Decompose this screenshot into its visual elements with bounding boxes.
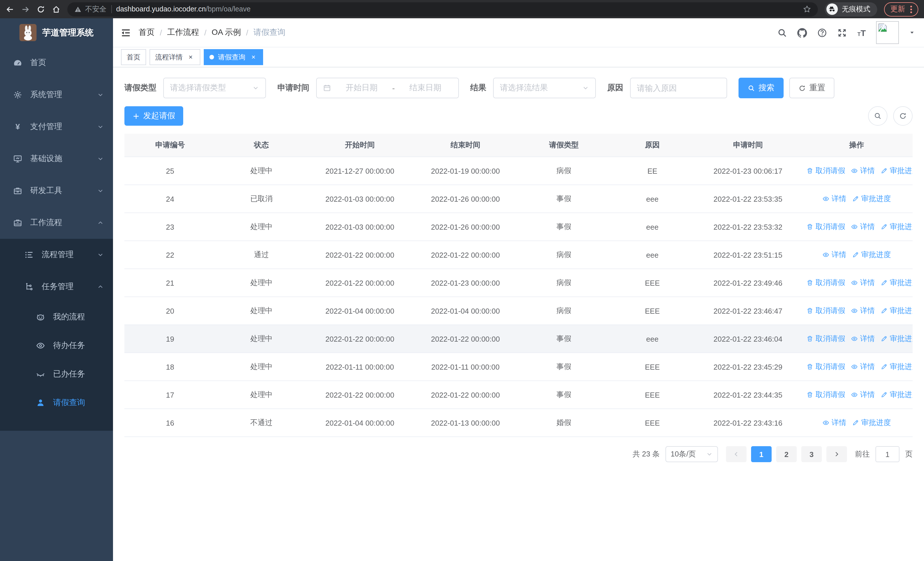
goto-page-input[interactable] (876, 446, 900, 462)
table-row[interactable]: 18处理中2022-01-11 00:00:002022-01-11 00:00… (124, 353, 913, 381)
detail-link[interactable]: 详情 (851, 165, 875, 176)
filter-leave-type: 请假类型 请选择请假类型 (124, 78, 266, 98)
address-bar[interactable]: 不安全 dashboard.yudao.iocoder.cn/bpm/oa/le… (68, 2, 818, 16)
progress-link[interactable]: 审批进度 (880, 362, 913, 372)
toggle-search-button[interactable] (868, 106, 888, 126)
update-button[interactable]: 更新 (884, 2, 918, 16)
cancel-link[interactable]: 取消请假 (806, 362, 845, 372)
progress-link[interactable]: 审批进度 (852, 194, 891, 204)
leave-type-select[interactable]: 请选择请假类型 (163, 78, 266, 98)
breadcrumb-item[interactable]: 工作流程 (167, 27, 199, 38)
font-size-icon[interactable]: TT (858, 28, 866, 37)
sidebar-item-0[interactable]: 首页 (0, 47, 113, 79)
reason-input[interactable] (630, 78, 727, 98)
table-row[interactable]: 16不通过2022-01-04 00:00:002022-01-13 00:00… (124, 409, 913, 437)
more-menu-icon[interactable] (910, 5, 912, 13)
cancel-link[interactable]: 取消请假 (806, 165, 845, 176)
breadcrumb: 首页/工作流程/OA 示例/请假查询 (139, 27, 285, 38)
detail-link[interactable]: 详情 (822, 418, 846, 428)
sidebar-item-2[interactable]: ¥支付管理 (0, 111, 113, 143)
page-button-3[interactable]: 3 (801, 446, 822, 462)
table-row[interactable]: 21处理中2022-01-22 00:00:002022-01-23 00:00… (124, 269, 913, 297)
sidebar-item-11[interactable]: 请假查询 (0, 388, 113, 417)
github-icon[interactable] (798, 28, 807, 38)
search-icon[interactable] (778, 28, 787, 38)
sidebar-item-8[interactable]: 我的流程 (0, 303, 113, 331)
detail-link[interactable]: 详情 (851, 222, 875, 232)
reload-icon[interactable] (36, 5, 45, 14)
progress-link[interactable]: 审批进度 (880, 334, 913, 344)
date-range-input[interactable]: 开始日期 - 结束日期 (316, 78, 459, 98)
breadcrumb-item[interactable]: 首页 (139, 27, 154, 38)
sidebar-item-6[interactable]: 流程管理 (0, 239, 113, 271)
progress-link[interactable]: 审批进度 (880, 222, 913, 232)
chevron-up-icon (97, 220, 104, 226)
close-icon[interactable]: × (187, 53, 195, 61)
help-icon[interactable] (818, 28, 827, 38)
detail-link[interactable]: 详情 (851, 278, 875, 288)
reset-button[interactable]: 重置 (789, 78, 834, 98)
detail-link[interactable]: 详情 (851, 362, 875, 372)
table-row[interactable]: 25处理中2021-12-27 00:00:002022-01-19 00:00… (124, 157, 913, 185)
page-size-value: 10条/页 (670, 449, 696, 459)
sidebar-item-10[interactable]: 已办任务 (0, 360, 113, 388)
security-chip[interactable]: 不安全 (74, 4, 106, 14)
breadcrumb-item[interactable]: OA 示例 (212, 27, 241, 38)
next-page-button[interactable] (826, 446, 847, 462)
sidebar-item-4[interactable]: 研发工具 (0, 175, 113, 207)
action-label: 审批进度 (890, 165, 913, 176)
table-row[interactable]: 17处理中2022-01-22 00:00:002022-01-22 00:00… (124, 381, 913, 409)
caret-down-icon[interactable] (909, 30, 915, 35)
back-icon[interactable] (6, 5, 14, 14)
logo[interactable]: 芋道管理系统 (0, 18, 113, 47)
table-row[interactable]: 22通过2022-01-22 00:00:002022-01-22 00:00:… (124, 241, 913, 269)
tag-0[interactable]: 首页 (121, 49, 146, 65)
detail-link[interactable]: 详情 (822, 250, 846, 260)
hamburger-icon[interactable] (121, 28, 131, 38)
tag-1[interactable]: 流程详情× (150, 49, 200, 65)
refresh-table-button[interactable] (893, 106, 913, 126)
page-button-2[interactable]: 2 (776, 446, 797, 462)
table-row[interactable]: 19处理中2022-01-22 00:00:002022-01-22 00:00… (124, 325, 913, 353)
action-label: 取消请假 (816, 278, 845, 288)
detail-link[interactable]: 详情 (822, 194, 846, 204)
page-button-1[interactable]: 1 (751, 446, 772, 462)
detail-link[interactable]: 详情 (851, 390, 875, 400)
create-leave-button[interactable]: 发起请假 (124, 106, 183, 126)
detail-link[interactable]: 详情 (851, 334, 875, 344)
progress-link[interactable]: 审批进度 (852, 418, 891, 428)
tag-2[interactable]: 请假查询× (204, 49, 263, 65)
sidebar-item-9[interactable]: 待办任务 (0, 331, 113, 360)
table-row[interactable]: 23处理中2022-01-03 00:00:002022-01-26 00:00… (124, 213, 913, 241)
sidebar-item-3[interactable]: 基础设施 (0, 143, 113, 175)
progress-link[interactable]: 审批进度 (880, 278, 913, 288)
cell-end: 2022-01-22 00:00:00 (412, 381, 518, 409)
cell-end: 2022-01-26 00:00:00 (412, 185, 518, 213)
search-button[interactable]: 搜索 (738, 78, 784, 98)
cancel-link[interactable]: 取消请假 (806, 390, 845, 400)
home-icon[interactable] (52, 5, 60, 14)
bookmark-star-icon[interactable] (803, 5, 811, 13)
detail-link[interactable]: 详情 (851, 305, 875, 316)
avatar[interactable] (876, 21, 899, 44)
page-size-select[interactable]: 10条/页 (666, 446, 718, 462)
cancel-link[interactable]: 取消请假 (806, 334, 845, 344)
progress-link[interactable]: 审批进度 (852, 250, 891, 260)
sidebar-item-5[interactable]: 工作流程 (0, 207, 113, 239)
table-row[interactable]: 24已取消2022-01-03 00:00:002022-01-26 00:00… (124, 185, 913, 213)
flow-icon (24, 282, 34, 291)
progress-link[interactable]: 审批进度 (880, 165, 913, 176)
table-row[interactable]: 20处理中2022-01-04 00:00:002022-01-04 00:00… (124, 297, 913, 325)
cancel-link[interactable]: 取消请假 (806, 278, 845, 288)
progress-link[interactable]: 审批进度 (880, 305, 913, 316)
fullscreen-icon[interactable] (837, 28, 847, 38)
sidebar-item-7[interactable]: 任务管理 (0, 271, 113, 303)
result-select[interactable]: 请选择流结果 (493, 78, 596, 98)
sidebar-item-1[interactable]: 系统管理 (0, 79, 113, 111)
forward-icon[interactable] (21, 5, 30, 14)
progress-link[interactable]: 审批进度 (880, 390, 913, 400)
cancel-link[interactable]: 取消请假 (806, 305, 845, 316)
prev-page-button[interactable] (726, 446, 747, 462)
cancel-link[interactable]: 取消请假 (806, 222, 845, 232)
close-icon[interactable]: × (249, 53, 257, 61)
